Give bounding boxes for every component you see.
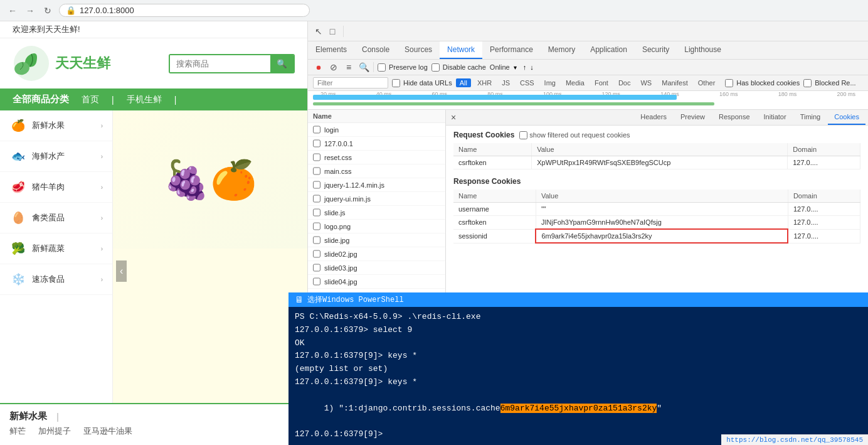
file-item-jquery[interactable]: jquery-1.12.4.min.js	[308, 178, 445, 192]
search-network-icon[interactable]: 🔍	[358, 62, 369, 73]
hide-data-urls-checkbox[interactable]	[392, 79, 400, 87]
tab-lighthouse[interactable]: Lighthouse	[677, 41, 729, 59]
nav-mobile[interactable]: 手机生鲜	[127, 94, 162, 105]
show-filtered-checkbox[interactable]	[519, 131, 527, 139]
tab-performance[interactable]: Performance	[482, 41, 541, 59]
disable-cache-checkbox[interactable]	[431, 63, 440, 72]
disable-cache-label[interactable]: Disable cache	[431, 63, 486, 72]
filter-tag-other[interactable]: Other	[694, 78, 719, 87]
chevron-right-icon: ›	[101, 122, 103, 129]
filter-tag-doc[interactable]: Doc	[615, 78, 635, 87]
right-tab-cookies[interactable]: Cookies	[828, 110, 865, 125]
filter-icon[interactable]: ≡	[343, 62, 354, 73]
tab-elements[interactable]: Elements	[308, 41, 354, 59]
nav-all-categories[interactable]: 全部商品分类	[13, 94, 69, 105]
sidebar-item-fruits[interactable]: 🍊 新鲜水果 ›	[0, 110, 112, 141]
nav-home[interactable]: 首页	[82, 94, 99, 105]
filter-tag-font[interactable]: Font	[591, 78, 612, 87]
has-blocked-cookies-label[interactable]: Has blocked cookies	[725, 79, 800, 87]
online-selector[interactable]: Online	[490, 63, 510, 71]
has-blocked-cookies-checkbox[interactable]	[725, 79, 733, 87]
sidebar-item-meat[interactable]: 🥩 猪牛羊肉 ›	[0, 172, 112, 203]
file-item-main-css[interactable]: main.css	[308, 164, 445, 178]
file-checkbox-logo[interactable]	[313, 222, 320, 230]
download-icon[interactable]: ↓	[530, 63, 534, 71]
file-item-slide04[interactable]: slide04.jpg	[308, 275, 445, 289]
file-checkbox-jquery[interactable]	[313, 181, 320, 189]
file-item-slide-js[interactable]: slide.js	[308, 206, 445, 220]
forward-button[interactable]: →	[24, 4, 36, 17]
sidebar-item-vegetables[interactable]: 🥦 新鲜蔬菜 ›	[0, 233, 112, 264]
preserve-log-checkbox[interactable]	[378, 63, 386, 72]
file-item-slide01[interactable]: slide.jpg	[308, 233, 445, 247]
filter-tag-css[interactable]: CSS	[516, 78, 538, 87]
filter-tag-all[interactable]: All	[456, 78, 471, 87]
file-checkbox-slide02[interactable]	[313, 250, 320, 258]
filter-tag-js[interactable]: JS	[498, 78, 514, 87]
file-item-jqueryui[interactable]: jquery-ui.min.js	[308, 192, 445, 206]
carousel-prev-button[interactable]: ‹	[116, 260, 127, 282]
sidebar-item-poultry[interactable]: 🥚 禽类蛋品 ›	[0, 203, 112, 233]
right-tab-headers[interactable]: Headers	[634, 110, 673, 125]
bottom-item-0[interactable]: 鲜芒	[9, 426, 26, 437]
resp-col-value: Value	[536, 190, 788, 203]
file-checkbox-main-css[interactable]	[313, 167, 320, 175]
file-checkbox-jqueryui[interactable]	[313, 195, 320, 203]
file-checkbox-reset[interactable]	[313, 153, 320, 161]
show-filtered-label[interactable]: show filtered out request cookies	[519, 131, 630, 139]
terminal-body: PS C:\Redis-x64-5.0.9> .\redis-cli.exe 1…	[288, 307, 868, 445]
filter-tag-manifest[interactable]: Manifest	[658, 78, 692, 87]
tab-application[interactable]: Application	[583, 41, 635, 59]
close-panel-button[interactable]: ×	[448, 110, 458, 125]
filter-tag-xhr[interactable]: XHR	[474, 78, 495, 87]
file-item-ip[interactable]: 127.0.0.1	[308, 137, 445, 151]
right-tab-initiator[interactable]: Initiator	[758, 110, 793, 125]
file-item-logo[interactable]: logo.png	[308, 220, 445, 233]
online-dropdown-icon[interactable]: ▾	[514, 64, 517, 71]
filter-input[interactable]	[313, 77, 388, 88]
address-bar[interactable]: 🔒 127.0.0.1:8000	[59, 4, 310, 17]
tab-memory[interactable]: Memory	[541, 41, 583, 59]
file-checkbox-slide01[interactable]	[313, 236, 320, 244]
upload-icon[interactable]: ↑	[523, 63, 527, 71]
back-button[interactable]: ←	[6, 4, 19, 17]
file-checkbox-ip[interactable]	[313, 139, 320, 147]
bottom-item-1[interactable]: 加州提子	[38, 426, 71, 437]
right-tab-timing[interactable]: Timing	[794, 110, 827, 125]
file-checkbox-slide03[interactable]	[313, 264, 320, 272]
tab-security[interactable]: Security	[635, 41, 677, 59]
search-button[interactable]: 🔍	[270, 55, 294, 72]
file-item-slide03[interactable]: slide03.jpg	[308, 261, 445, 275]
cursor-icon[interactable]: ↖	[313, 26, 324, 37]
filter-tag-img[interactable]: Img	[541, 78, 559, 87]
tab-network[interactable]: Network	[440, 41, 482, 59]
file-item-reset-css[interactable]: reset.css	[308, 151, 445, 164]
blocked-req-checkbox[interactable]	[803, 79, 812, 87]
file-item-slide02[interactable]: slide02.jpg	[308, 247, 445, 261]
sidebar-item-seafood[interactable]: 🐟 海鲜水产 ›	[0, 141, 112, 172]
filter-divider	[373, 62, 374, 72]
refresh-button[interactable]: ↻	[41, 4, 54, 17]
right-tab-response[interactable]: Response	[712, 110, 756, 125]
stop-icon[interactable]: ⊘	[328, 62, 339, 73]
file-checkbox-login[interactable]	[313, 126, 320, 134]
sidebar-item-frozen[interactable]: ❄️ 速冻食品 ›	[0, 264, 112, 295]
search-input[interactable]	[170, 55, 270, 72]
file-item-login[interactable]: login	[308, 123, 445, 137]
filter-tag-media[interactable]: Media	[562, 78, 588, 87]
tab-sources[interactable]: Sources	[397, 41, 440, 59]
tab-console[interactable]: Console	[354, 41, 397, 59]
file-checkbox-slide-js[interactable]	[313, 208, 320, 217]
bottom-item-2[interactable]: 亚马逊牛油果	[83, 426, 132, 437]
preserve-log-label[interactable]: Preserve log	[378, 63, 428, 72]
file-checkbox-slide04[interactable]	[313, 277, 320, 286]
bottom-category-name: 新鲜水果	[9, 410, 47, 422]
status-bar[interactable]: https://blog.csdn.net/qq_39578545	[721, 434, 868, 445]
device-icon[interactable]: □	[327, 26, 338, 37]
resp-cookie-domain-session: 127.0....	[788, 229, 860, 243]
hide-data-urls-label[interactable]: Hide data URLs	[392, 79, 452, 87]
right-tab-preview[interactable]: Preview	[674, 110, 711, 125]
blocked-req-label[interactable]: Blocked Re...	[803, 79, 855, 87]
record-icon[interactable]: ⏺	[313, 62, 324, 73]
filter-tag-ws[interactable]: WS	[637, 78, 655, 87]
